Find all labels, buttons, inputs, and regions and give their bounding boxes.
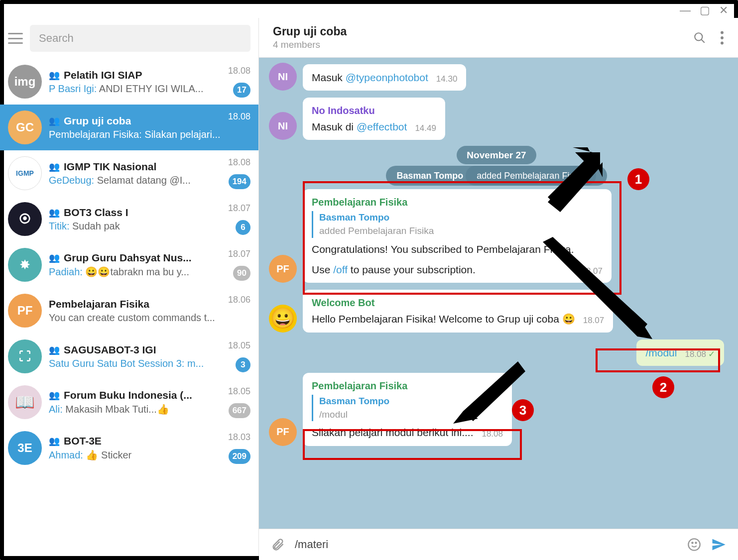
message-bubble[interactable]: Pembelajaran Fisika Basman Tompo added P… [303, 189, 612, 283]
send-icon[interactable] [711, 537, 726, 552]
message-row: NI No Indosatku Masuk di @effectbot 14.4… [269, 98, 724, 140]
chat-list-item[interactable]: 3E👥BOT-3EAhmad: 👍 Sticker18.03209 [0, 425, 258, 471]
message-time: 14.30 [436, 73, 458, 85]
chat-title: Pelatih IGI SIAP [64, 69, 142, 81]
unread-badge: 17 [233, 83, 250, 98]
sender-name: Pembelajaran Fisika [312, 379, 503, 393]
chat-list-item[interactable]: ⦿👥BOT3 Class ITitik: Sudah pak18.076 [0, 196, 258, 242]
unread-badge: 194 [229, 174, 250, 189]
sender-name: Welcome Bot [312, 296, 604, 310]
chat-header-subtitle: 4 members [273, 39, 347, 50]
chat-list-item[interactable]: ⛶👥SAGUSABOT-3 IGISatu Guru Satu Bot Sess… [0, 334, 258, 379]
avatar: ⛶ [8, 339, 42, 373]
message-time: 18.08 [482, 428, 503, 440]
command-link[interactable]: /off [333, 264, 348, 275]
reply-quote[interactable]: Basman Tompo /modul [312, 395, 503, 421]
mention-link[interactable]: @effectbot [357, 121, 407, 132]
message-text: Use /off to pause your subscription. 18.… [312, 262, 603, 277]
message-row: 😀 Welcome Bot Hello Pembelajaran Fisika!… [269, 290, 724, 332]
unread-badge: 90 [233, 266, 250, 281]
chat-list-item[interactable]: img👥Pelatih IGI SIAPP Basri Igi: ANDI ET… [0, 59, 258, 105]
avatar[interactable]: NI [269, 112, 297, 140]
more-icon[interactable] [720, 31, 724, 45]
chat-title: IGMP TIK Nasional [64, 161, 156, 173]
chat-time: 18.08 [228, 66, 250, 76]
mention-link[interactable]: @typeonphotobot [346, 72, 428, 83]
avatar: IGMP [8, 156, 42, 190]
svg-point-5 [688, 539, 700, 550]
message-time: 18.07 [581, 265, 603, 277]
chat-title: Forum Buku Indonesia (... [64, 389, 192, 401]
command-link[interactable]: /modul [645, 347, 677, 358]
check-icon: ✓ [708, 349, 715, 359]
chat-title: Grup uji coba [64, 115, 131, 127]
chat-list-item[interactable]: PFPembelajaran FisikaYou can create cust… [0, 288, 258, 334]
svg-point-4 [721, 41, 724, 44]
avatar[interactable]: 😀 [269, 305, 297, 333]
message-time: 18.08✓ [685, 348, 715, 360]
minimize-button[interactable]: — [680, 4, 691, 17]
avatar: ⦿ [8, 202, 42, 236]
chat-preview: Satu Guru Satu Bot Session 3: m... [49, 358, 250, 369]
avatar[interactable]: NI [269, 63, 297, 91]
group-icon: 👥 [49, 436, 60, 447]
group-icon: 👥 [49, 390, 60, 401]
chat-time: 18.05 [228, 386, 250, 397]
reply-quote[interactable]: Basman Tompo added Pembelajaran Fisika [312, 211, 603, 237]
message-time: 18.07 [583, 315, 605, 327]
unread-badge: 3 [236, 357, 250, 372]
message-text: Hello Pembelajaran Fisika! Welcome to Gr… [312, 313, 575, 325]
svg-point-0 [695, 33, 702, 40]
message-row: NI Masuk @typeonphotobot 14.30 [269, 63, 724, 91]
avatar[interactable]: PF [269, 255, 297, 283]
search-icon[interactable] [693, 31, 706, 44]
close-button[interactable]: ✕ [719, 4, 728, 17]
message-time: 14.49 [415, 122, 436, 134]
message-text: Masuk [312, 72, 346, 83]
chat-preview: Ali: Makasih Mbak Tuti...👍 [49, 403, 250, 415]
system-message: Basman Tompo added Pembelajaran Fisika [269, 171, 724, 181]
avatar: 📖 [8, 385, 42, 419]
emoji-icon[interactable] [687, 538, 701, 552]
attach-icon[interactable] [271, 538, 285, 552]
chat-time: 18.06 [228, 295, 250, 305]
message-bubble-outgoing[interactable]: /modul 18.08✓ [636, 339, 724, 366]
message-input[interactable]: /materi [295, 538, 677, 551]
message-text: Masuk di [312, 121, 357, 132]
chat-preview: Padiah: 😀😀tabrakn ma bu y... [49, 266, 250, 278]
avatar[interactable]: PF [269, 418, 297, 446]
message-bubble[interactable]: Masuk @typeonphotobot 14.30 [303, 64, 466, 91]
chat-title: Pembelajaran Fisika [49, 298, 149, 310]
chat-time: 18.08 [228, 112, 250, 122]
avatar: PF [8, 294, 42, 328]
chat-preview: GeDebug: Selamat datang @I... [49, 175, 250, 186]
annotation-marker-3: 3 [512, 399, 534, 421]
chat-time: 18.03 [228, 432, 250, 443]
avatar: 3E [8, 431, 42, 465]
messages-area[interactable]: NI Masuk @typeonphotobot 14.30 NI No Ind… [259, 58, 738, 529]
message-row: PF Pembelajaran Fisika Basman Tompo adde… [269, 189, 724, 283]
message-row: /modul 18.08✓ [269, 339, 724, 366]
unread-badge: 6 [236, 220, 250, 235]
svg-point-7 [695, 542, 696, 543]
unread-badge: 209 [229, 449, 250, 464]
window-controls: — ▢ ✕ [680, 4, 728, 17]
chat-list-item[interactable]: 📖👥Forum Buku Indonesia (...Ali: Makasih … [0, 379, 258, 425]
avatar: img [8, 65, 42, 99]
chat-list-item[interactable]: IGMP👥IGMP TIK NasionalGeDebug: Selamat d… [0, 150, 258, 196]
chat-preview: P Basri Igi: ANDI ETHY IGI WILA... [49, 83, 250, 95]
annotation-marker-2: 2 [652, 376, 674, 398]
chat-time: 18.07 [228, 203, 250, 214]
chat-time: 18.07 [228, 249, 250, 259]
date-separator: November 27 [269, 150, 724, 161]
group-icon: 👥 [49, 115, 60, 126]
maximize-button[interactable]: ▢ [700, 4, 710, 17]
message-bubble[interactable]: No Indosatku Masuk di @effectbot 14.49 [303, 98, 445, 140]
message-bubble[interactable]: Pembelajaran Fisika Basman Tompo /modul … [303, 373, 512, 446]
chat-preview: Ahmad: 👍 Sticker [49, 449, 250, 461]
annotation-marker-1: 1 [627, 168, 649, 190]
chat-list-item[interactable]: GC👥Grup uji cobaPembelajaran Fisika: Sil… [0, 105, 258, 150]
svg-point-3 [721, 36, 724, 39]
message-bubble[interactable]: Welcome Bot Hello Pembelajaran Fisika! W… [303, 290, 613, 332]
chat-list-item[interactable]: ✸👥Grup Guru Dahsyat Nus...Padiah: 😀😀tabr… [0, 242, 258, 288]
